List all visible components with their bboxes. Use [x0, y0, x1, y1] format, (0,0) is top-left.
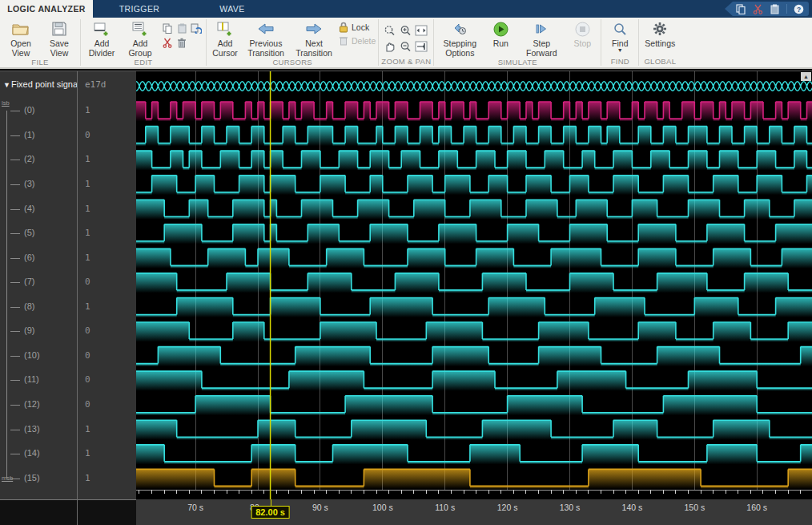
bit-row-label[interactable]: (7): [24, 277, 34, 286]
paste-icon[interactable]: [175, 21, 189, 35]
signal-values-panel: e17d 1011111010000111: [77, 71, 136, 499]
zoom-out-icon[interactable]: [397, 38, 413, 55]
paste-icon[interactable]: [770, 4, 780, 14]
bit-row-tick: [10, 184, 20, 185]
run-button[interactable]: Run: [484, 19, 517, 48]
copy-icon[interactable]: [736, 4, 746, 14]
bit-row-label[interactable]: (4): [24, 204, 34, 213]
bit-row-label[interactable]: (5): [24, 228, 34, 237]
bit-row-label[interactable]: (14): [24, 448, 40, 458]
waveform-plot-area[interactable]: ▲: [136, 71, 812, 499]
cursor-time-flag[interactable]: 82.00 s: [251, 506, 290, 519]
save-view-button[interactable]: Save View: [41, 19, 78, 58]
bit-row-label[interactable]: (15): [24, 473, 40, 483]
settings-button[interactable]: Settings: [641, 19, 678, 48]
bit-row-value: 0: [85, 277, 90, 287]
bit-row-label[interactable]: (11): [24, 374, 39, 384]
open-view-button[interactable]: Open View: [2, 19, 39, 58]
help-icon[interactable]: ?: [794, 4, 804, 14]
delete-cursor-button[interactable]: Delete: [339, 35, 376, 46]
bit-row-label[interactable]: (1): [24, 130, 34, 139]
bit-row-label[interactable]: (3): [24, 179, 34, 188]
ribbon-section-zoompan: ZOOM & PAN: [379, 18, 433, 67]
bit-row-label[interactable]: (9): [24, 325, 34, 335]
folder-icon: [12, 22, 30, 36]
bit-waveform-13: [136, 420, 812, 437]
signal-names-panel: ▼Fixed point signal (0)lsb(1)(2)(3)(4)(5…: [0, 71, 77, 499]
bit-row-value: 0: [85, 374, 90, 385]
section-caption-simulate: SIMULATE: [436, 58, 598, 67]
bit-row-label[interactable]: (8): [24, 301, 34, 311]
bit-row-value: 1: [85, 301, 90, 312]
lock-icon: [339, 22, 348, 33]
previous-transition-button[interactable]: Previous Transition: [243, 19, 289, 58]
bit-row-tick: [10, 307, 20, 308]
time-cursor-line-extension[interactable]: [271, 499, 271, 507]
msb-marker: msb: [2, 475, 13, 482]
step-forward-button[interactable]: Step Forward: [518, 19, 565, 58]
section-caption-zoompan: ZOOM & PAN: [381, 57, 431, 67]
bit-row-label[interactable]: (10): [24, 350, 40, 360]
bit-row-label[interactable]: (2): [24, 154, 34, 164]
bit-row-tick: [10, 209, 20, 210]
add-cursor-button[interactable]: Add Cursor: [209, 19, 241, 58]
add-group-button[interactable]: Add Group: [122, 19, 159, 58]
bit-row-tick: [10, 233, 20, 234]
tab-wave[interactable]: WAVE: [186, 0, 279, 18]
bit-row-label[interactable]: (0): [24, 105, 34, 115]
bit-row-label[interactable]: (13): [24, 424, 40, 434]
pan-icon[interactable]: [381, 38, 397, 55]
duplicate-icon[interactable]: [189, 21, 203, 35]
stop-button[interactable]: Stop: [566, 19, 598, 48]
next-transition-button[interactable]: Next Transition: [291, 19, 337, 58]
delete-icon[interactable]: [175, 35, 189, 50]
zoom-in-icon[interactable]: [397, 22, 413, 38]
ribbon-section-global: Settings GLOBAL: [639, 18, 681, 67]
add-divider-button[interactable]: Add Divider: [83, 19, 120, 58]
section-caption-edit: EDIT: [83, 58, 203, 67]
bit-row-value: 1: [85, 228, 90, 238]
zoom-in-time-icon[interactable]: [381, 22, 397, 38]
time-tick-label: 90 s: [303, 503, 338, 512]
cut-icon[interactable]: [160, 35, 175, 50]
find-button[interactable]: Find ▼: [604, 19, 636, 52]
svg-text:?: ?: [797, 5, 801, 13]
add-group-icon: [132, 22, 148, 36]
stepping-options-button[interactable]: Stepping Options: [436, 19, 483, 58]
bit-row-value: 1: [85, 252, 90, 263]
find-icon: [613, 22, 627, 36]
signal-group-value: e17d: [85, 79, 107, 90]
bit-row-value: 0: [85, 399, 90, 410]
lock-label: Lock: [352, 22, 369, 32]
stop-icon: [575, 22, 590, 37]
go-to-cursor-icon[interactable]: [413, 38, 429, 55]
tab-logic-analyzer[interactable]: LOGIC ANALYZER: [0, 0, 93, 18]
time-axis-bar: 70 s80 s90 s100 s110 s120 s130 s140 s150…: [136, 499, 812, 525]
collapse-triangle-icon[interactable]: ▼: [3, 81, 10, 89]
bit-row-label[interactable]: (6): [24, 252, 34, 262]
time-tick-label: 140 s: [614, 503, 649, 512]
gear-icon: [653, 22, 667, 36]
copy-icon[interactable]: [160, 21, 175, 35]
waveform-canvas[interactable]: [136, 71, 812, 499]
cursor-row-names: Cursor 1: [0, 499, 77, 525]
lock-cursor-button[interactable]: Lock: [339, 22, 376, 33]
bit-row-label[interactable]: (12): [24, 399, 40, 409]
logic-analyzer-window: LOGIC ANALYZER TRIGGER WAVE ?: [0, 0, 812, 525]
bit-row-tick: [10, 135, 20, 136]
qat-separator: [786, 4, 787, 14]
time-tick-label: 70 s: [178, 503, 213, 512]
bit-row-tick: [10, 282, 20, 283]
tab-trigger[interactable]: TRIGGER: [93, 0, 186, 18]
cut-icon[interactable]: [753, 4, 763, 14]
save-icon: [52, 22, 66, 36]
add-cursor-icon: [217, 22, 233, 36]
bit-row-tick: [10, 356, 20, 357]
bit-row-tick: [10, 430, 20, 430]
signal-group-header[interactable]: ▼Fixed point signal: [3, 79, 80, 89]
find-dropdown-caret[interactable]: ▼: [617, 48, 623, 52]
bit-row-value: 1: [85, 105, 90, 115]
fit-time-span-icon[interactable]: [413, 22, 429, 38]
bit-row-value: 0: [85, 350, 90, 361]
scroll-collapse-button[interactable]: ▲: [801, 72, 811, 81]
